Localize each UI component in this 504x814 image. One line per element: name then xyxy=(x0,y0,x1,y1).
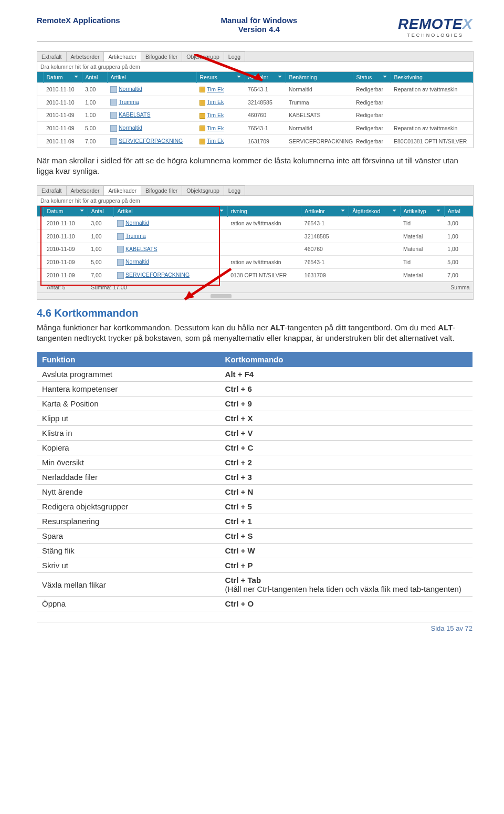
shortcut-row: Min översiktCtrl + 2 xyxy=(37,455,472,470)
col-artikelnr[interactable]: Artikelnr⏷ xyxy=(301,206,349,217)
col-datum[interactable]: Datum⏷ xyxy=(44,206,88,217)
shortcut-kortkommando: Ctrl + 5 xyxy=(220,499,472,514)
col-artikel[interactable]: Artikel⏷ xyxy=(114,206,227,217)
table-row[interactable]: 2010-11-097,00SERVICEFÖRPACKNINGTim Ek16… xyxy=(37,134,473,147)
file-icon xyxy=(110,99,117,106)
shortcut-kortkommando: Ctrl + O xyxy=(220,597,472,611)
col-benämning[interactable]: Benämning xyxy=(286,72,353,83)
shortcut-kortkommando: Ctrl + 9 xyxy=(220,396,472,411)
shortcut-funktion: Avsluta programmet xyxy=(37,367,220,382)
tab-objektsgrupp[interactable]: Objektsgrupp xyxy=(182,185,224,195)
paragraph-2: Många funktioner har kortkommandon. Dess… xyxy=(37,322,472,344)
person-icon xyxy=(200,100,205,106)
grid-spacer xyxy=(37,206,44,217)
tab-arbetsorder[interactable]: Arbetsorder xyxy=(67,185,104,195)
table-row[interactable]: 2010-11-091,00KABELSATSTim Ek460760KABEL… xyxy=(37,109,473,122)
shortcut-kortkommando: Ctrl + 3 xyxy=(220,470,472,485)
grid-1: Datum⏷AntalArtikelResurs⏷Artikelnr⏷Benäm… xyxy=(37,72,473,148)
paragraph-1: När man skrollar i sidled för att se de … xyxy=(37,155,472,177)
group-row-1[interactable]: Dra kolumner hit för att gruppera på dem xyxy=(37,62,473,72)
tab-logg[interactable]: Logg xyxy=(224,51,245,61)
shortcut-kortkommando: Ctrl + C xyxy=(220,441,472,455)
shortcut-funktion: Nerladdade filer xyxy=(37,470,220,485)
person-icon xyxy=(200,113,205,119)
shortcut-funktion: Kopiera xyxy=(37,441,220,455)
tab-extrafält[interactable]: Extrafält xyxy=(37,51,67,61)
scrollbar-thumb[interactable] xyxy=(211,294,232,298)
shortcut-funktion: Öppna xyxy=(37,597,220,611)
tab-logg[interactable]: Logg xyxy=(224,185,245,195)
person-icon xyxy=(200,126,205,131)
tab-objektsgrupp[interactable]: Objektsgrupp xyxy=(182,51,224,61)
col-åtgärdskod[interactable]: Åtgärdskod⏷ xyxy=(349,206,400,217)
table-row[interactable]: 2010-11-101,00Trumma32148585Material1,00 xyxy=(37,229,473,243)
shortcut-row: Hantera kompetenserCtrl + 6 xyxy=(37,382,472,396)
table-row[interactable]: 2010-11-095,00NormaltidTim Ek76543-1Norm… xyxy=(37,122,473,135)
col-artikelnr[interactable]: Artikelnr⏷ xyxy=(245,72,286,83)
tabs-1[interactable]: ExtrafältArbetsorderArtikelraderBifogade… xyxy=(37,51,473,62)
logo-text: REMOTE xyxy=(398,16,463,32)
table-row[interactable]: 2010-11-097,00SERVICEFÖRPACKNING0138 OPT… xyxy=(37,268,473,281)
shortcut-funktion: Klipp ut xyxy=(37,411,220,426)
shortcut-kortkommando: Ctrl + V xyxy=(220,426,472,441)
file-icon xyxy=(117,246,124,253)
shortcut-row: KopieraCtrl + C xyxy=(37,441,472,455)
footer-count: Antal: 5 xyxy=(44,281,88,293)
tab-arbetsorder[interactable]: Arbetsorder xyxy=(67,51,104,61)
grid-2: Datum⏷AntalArtikel⏷rivningArtikelnr⏷Åtgä… xyxy=(37,206,473,293)
tab-bifogade filer[interactable]: Bifogade filer xyxy=(141,51,182,61)
col-antal[interactable]: Antal xyxy=(88,206,114,217)
shortcut-row: Klistra inCtrl + V xyxy=(37,426,472,441)
logo: REMOTEX TECHNOLOGIES xyxy=(398,16,472,38)
tabs-2[interactable]: ExtrafältArbetsorderArtikelraderBifogade… xyxy=(37,185,473,196)
table-row[interactable]: 2010-11-103,00NormaltidTim Ek76543-1Norm… xyxy=(37,83,473,96)
shortcut-kortkommando: Ctrl + N xyxy=(220,485,472,499)
shortcut-kortkommando: Ctrl + 6 xyxy=(220,382,472,396)
col-rivning[interactable]: rivning xyxy=(227,206,301,217)
col-artikeltyp[interactable]: Artikeltyp⏷ xyxy=(400,206,444,217)
shortcut-kortkommando: Ctrl + 1 xyxy=(220,514,472,529)
shortcut-kortkommando: Ctrl + S xyxy=(220,529,472,544)
table-row[interactable]: 2010-11-091,00KABELSATS460760Material1,0… xyxy=(37,243,473,256)
col-antal[interactable]: Antal xyxy=(444,206,472,217)
file-icon xyxy=(110,86,117,93)
shortcut-kortkommando: Ctrl + Tab(Håll ner Ctrl-tangenten hela … xyxy=(220,573,472,597)
shortcut-row: Växla mellan flikarCtrl + Tab(Håll ner C… xyxy=(37,573,472,597)
horizontal-scrollbar[interactable] xyxy=(37,293,473,299)
table-row[interactable]: 2010-11-095,00Normaltidration av tvättma… xyxy=(37,256,473,269)
shortcut-funktion: Spara xyxy=(37,529,220,544)
col-artikel[interactable]: Artikel xyxy=(107,72,196,83)
header-subtitle: Version 4.4 xyxy=(220,25,297,34)
group-row-2[interactable]: Dra kolumner hit för att gruppera på dem xyxy=(37,196,473,206)
tab-artikelrader[interactable]: Artikelrader xyxy=(104,185,141,195)
shortcut-kortkommando: Alt + F4 xyxy=(220,367,472,382)
table-row[interactable]: 2010-11-101,00TrummaTim Ek32148585Trumma… xyxy=(37,96,473,109)
shortcut-funktion: Stäng flik xyxy=(37,544,220,558)
tab-bifogade filer[interactable]: Bifogade filer xyxy=(141,185,182,195)
file-icon xyxy=(117,220,124,227)
tab-artikelrader[interactable]: Artikelrader xyxy=(104,51,141,61)
header-left: RemoteX Applications xyxy=(37,16,120,25)
col-beskrivning[interactable]: Beskrivning xyxy=(391,72,473,83)
person-icon xyxy=(200,87,205,92)
col-resurs[interactable]: Resurs⏷ xyxy=(196,72,245,83)
screenshot-2: ExtrafältArbetsorderArtikelraderBifogade… xyxy=(37,185,472,300)
header-separator xyxy=(37,41,472,41)
person-icon xyxy=(200,139,205,144)
shortcut-row: Skriv utCtrl + P xyxy=(37,558,472,573)
shortcut-funktion: Skriv ut xyxy=(37,558,220,573)
col-datum[interactable]: Datum⏷ xyxy=(43,72,82,83)
grid-spacer xyxy=(37,72,43,83)
tab-extrafält[interactable]: Extrafält xyxy=(37,185,67,195)
shortcut-row: Nerladdade filerCtrl + 3 xyxy=(37,470,472,485)
col-antal[interactable]: Antal xyxy=(82,72,107,83)
logo-sub: TECHNOLOGIES xyxy=(398,33,472,38)
shortcut-head-funktion: Funktion xyxy=(37,352,220,367)
header-title: Manual för Windows xyxy=(220,16,297,25)
col-status[interactable]: Status⏷ xyxy=(353,72,391,83)
footer-separator xyxy=(37,622,472,622)
table-row[interactable]: 2010-11-103,00Normaltidration av tvättma… xyxy=(37,217,473,230)
footer-right: Summa xyxy=(444,281,472,293)
shortcut-funktion: Klistra in xyxy=(37,426,220,441)
shortcut-funktion: Resursplanering xyxy=(37,514,220,529)
